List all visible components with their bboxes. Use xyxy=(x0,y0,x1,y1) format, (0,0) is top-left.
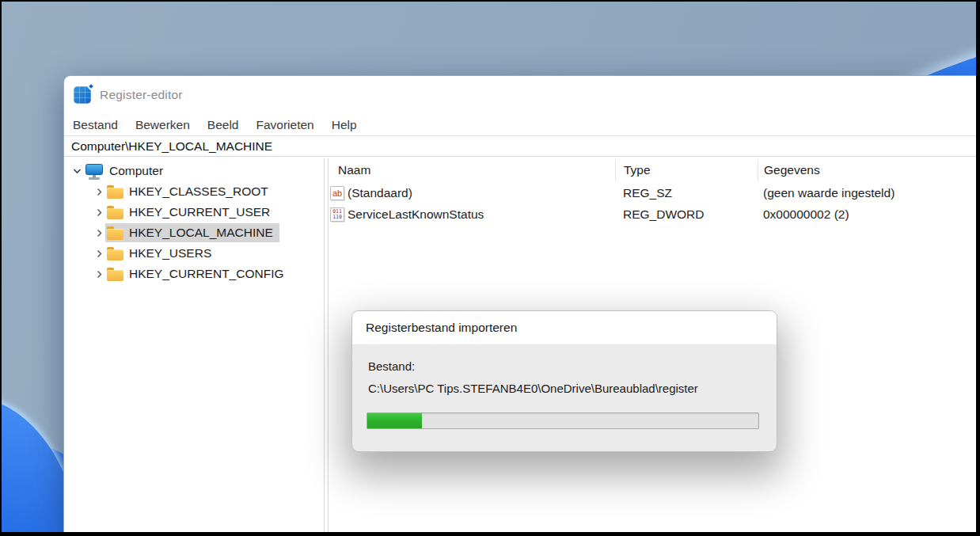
value-row-standaard[interactable]: ab (Standaard) REG_SZ (geen waarde inges… xyxy=(329,182,976,203)
desktop-wallpaper: Register-editor Bestand Bewerken Beeld F… xyxy=(2,2,976,532)
tree-node-label: Computer xyxy=(109,164,163,178)
dialog-title: Registerbestand importeren xyxy=(366,321,517,335)
string-value-icon: ab xyxy=(330,186,344,200)
chevron-right-icon[interactable] xyxy=(93,208,105,217)
menu-favorieten[interactable]: Favorieten xyxy=(256,118,313,132)
tree-node-hkey-classes-root[interactable]: HKEY_CLASSES_ROOT xyxy=(64,181,324,202)
chevron-right-icon[interactable] xyxy=(93,229,105,238)
column-header-type[interactable]: Type xyxy=(615,160,758,181)
chevron-right-icon[interactable] xyxy=(93,249,105,258)
value-data: (geen waarde ingesteld) xyxy=(758,183,976,203)
value-data: 0x00000002 (2) xyxy=(758,204,976,225)
tree-node-hkey-local-machine[interactable]: HKEY_LOCAL_MACHINE xyxy=(64,222,324,243)
address-bar[interactable]: Computer\HKEY_LOCAL_MACHINE xyxy=(64,135,976,157)
value-name: ServiceLastKnownStatus xyxy=(348,207,484,222)
tree-node-label: HKEY_CLASSES_ROOT xyxy=(129,184,268,199)
value-type: REG_SZ xyxy=(615,183,758,203)
chevron-right-icon[interactable] xyxy=(93,270,105,279)
computer-icon xyxy=(85,163,104,180)
dword-value-icon: 011 110 xyxy=(330,207,344,222)
value-name: (Standaard) xyxy=(348,186,412,200)
progress-bar-fill xyxy=(367,413,422,428)
chevron-right-icon[interactable] xyxy=(93,188,105,196)
tree-node-hkey-current-config[interactable]: HKEY_CURRENT_CONFIG xyxy=(64,264,324,284)
menu-bar: Bestand Bewerken Beeld Favorieten Help xyxy=(64,114,976,135)
regedit-app-icon xyxy=(74,86,91,104)
tree-node-hkey-current-user[interactable]: HKEY_CURRENT_USER xyxy=(64,202,324,222)
window-title: Register-editor xyxy=(100,88,183,102)
tree-node-label: HKEY_LOCAL_MACHINE xyxy=(129,226,273,240)
column-header-naam[interactable]: Naam xyxy=(329,163,615,177)
column-header-gegevens[interactable]: Gegevens xyxy=(758,160,976,181)
dialog-body: Bestand: C:\Users\PC Tips.STEFANB4E0\One… xyxy=(352,345,777,452)
tree-node-label: HKEY_CURRENT_USER xyxy=(129,205,270,219)
tree-node-computer[interactable]: Computer xyxy=(64,161,324,181)
registry-editor-window: Register-editor Bestand Bewerken Beeld F… xyxy=(63,75,976,532)
menu-help[interactable]: Help xyxy=(332,118,357,132)
dialog-title-bar[interactable]: Registerbestand importeren xyxy=(352,311,777,345)
tree-node-label: HKEY_USERS xyxy=(129,246,211,260)
title-bar[interactable]: Register-editor xyxy=(64,76,976,114)
menu-bestand[interactable]: Bestand xyxy=(73,118,118,132)
sparkle-icon xyxy=(86,82,95,90)
folder-icon xyxy=(107,185,123,199)
chevron-down-icon[interactable] xyxy=(70,168,83,174)
folder-icon xyxy=(107,268,123,281)
file-path: C:\Users\PC Tips.STEFANB4E0\OneDrive\Bur… xyxy=(368,382,698,395)
value-row-servicelastknownstatus[interactable]: 011 110 ServiceLastKnownStatus REG_DWORD… xyxy=(329,203,976,225)
tree-node-hkey-users[interactable]: HKEY_USERS xyxy=(64,243,324,264)
progress-bar xyxy=(367,412,759,429)
menu-beeld[interactable]: Beeld xyxy=(207,118,239,132)
selected-tree-node[interactable]: HKEY_LOCAL_MACHINE xyxy=(105,223,279,242)
value-type: REG_DWORD xyxy=(615,204,758,225)
address-path: Computer\HKEY_LOCAL_MACHINE xyxy=(71,139,272,154)
menu-bewerken[interactable]: Bewerken xyxy=(135,118,190,132)
import-progress-dialog: Registerbestand importeren Bestand: C:\U… xyxy=(351,310,777,452)
folder-icon xyxy=(107,226,123,240)
file-label: Bestand: xyxy=(368,359,415,373)
tree-node-label: HKEY_CURRENT_CONFIG xyxy=(129,267,284,281)
registry-tree-pane: Computer HKEY_CLASSES_ROOT xyxy=(64,158,324,532)
folder-icon xyxy=(107,247,123,260)
folder-icon xyxy=(107,206,123,219)
list-header: Naam Type Gegevens xyxy=(329,158,976,182)
